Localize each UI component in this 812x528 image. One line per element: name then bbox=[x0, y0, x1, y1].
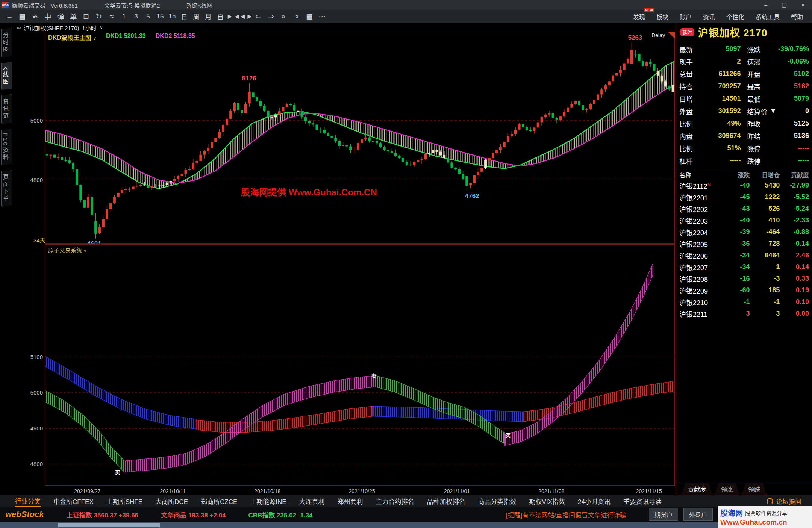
watermark-site-name: 股海网 bbox=[720, 507, 743, 518]
table-row[interactable]: 沪银2208-16-30.33 bbox=[679, 273, 809, 284]
market-tab-大连套利[interactable]: 大连套利 bbox=[299, 496, 325, 507]
market-tab-大商所DCE[interactable]: 大商所DCE bbox=[155, 496, 188, 507]
sidebar-tab-F10资料[interactable]: F10资料 bbox=[1, 129, 12, 165]
panel-tab-领涨[interactable]: 领涨 bbox=[715, 483, 739, 495]
quote-row-开盘: 开盘5102 bbox=[747, 68, 809, 80]
period-1h-button[interactable]: 1h bbox=[166, 13, 178, 20]
contract-name: 沪银2208 bbox=[679, 274, 724, 284]
svg-text:34天: 34天 bbox=[33, 237, 45, 244]
market-tab-行业分类[interactable]: 行业分类 bbox=[15, 495, 41, 507]
save-icon[interactable]: ⊡ bbox=[80, 12, 92, 21]
lightning-order-icon[interactable]: 弹 bbox=[54, 11, 67, 21]
close-button[interactable]: × bbox=[801, 2, 804, 8]
table-row[interactable]: 沪银2202-43526-5.24 bbox=[679, 203, 809, 215]
quote-value: 611266 bbox=[718, 70, 741, 78]
menu-板块[interactable]: 板块 bbox=[656, 12, 668, 21]
market-tab-24小时资讯[interactable]: 24小时资讯 bbox=[578, 496, 611, 507]
account-buttons: 期货户外盘户 bbox=[649, 508, 718, 521]
table-row[interactable]: 沪银2210-1-10.10 bbox=[679, 296, 809, 308]
quote-row-涨跌: 涨跌-39/0.76% bbox=[747, 43, 809, 55]
market-tab-上期能源INE[interactable]: 上期能源INE bbox=[250, 496, 286, 507]
quote-value: ----- bbox=[798, 144, 809, 152]
menu-资讯[interactable]: 资讯 bbox=[703, 12, 715, 21]
table-row[interactable]: 沪银2207-3410.14 bbox=[679, 261, 809, 273]
account-button-期货户[interactable]: 期货户 bbox=[649, 508, 678, 521]
back-icon[interactable]: ← bbox=[3, 12, 16, 21]
chevron-down-icon: ∨ bbox=[83, 248, 86, 253]
table-row[interactable]: 沪银2112M-405430-27.99 bbox=[679, 180, 809, 191]
period-3-button[interactable]: 3 bbox=[130, 13, 142, 20]
table-row[interactable]: 沪银2204-39-464-0.88 bbox=[679, 226, 809, 238]
quote-value: 301592 bbox=[718, 107, 741, 115]
table-row[interactable]: 沪银2211330.00 bbox=[679, 308, 809, 319]
restore-button[interactable]: ▢ bbox=[782, 2, 787, 8]
index-文华商品: 文华商品 193.38 +2.04 bbox=[161, 510, 226, 519]
order-ticket-icon[interactable]: 单 bbox=[67, 11, 80, 21]
market-tab-郑州套利[interactable]: 郑州套利 bbox=[338, 496, 363, 507]
sidebar-tab-资讯链[interactable]: 资讯链 bbox=[1, 94, 12, 124]
main-kline-chart[interactable]: 50004800512652634601476234天股海网提供 Www.Guh… bbox=[12, 32, 676, 244]
page-down-icon[interactable]: « bbox=[290, 12, 303, 21]
minimize-button[interactable]: – bbox=[764, 2, 767, 8]
table-row[interactable]: 沪银2205-36728-0.14 bbox=[679, 238, 809, 250]
market-tab-郑商所CZCE[interactable]: 郑商所CZCE bbox=[201, 496, 237, 507]
market-tab-品种加权排名[interactable]: 品种加权排名 bbox=[427, 496, 465, 507]
period-1-button[interactable]: 1 bbox=[118, 13, 130, 20]
period-自-button[interactable]: 自 bbox=[214, 12, 226, 21]
table-row[interactable]: 沪银2201-451222-5.52 bbox=[679, 191, 809, 203]
menu-帮助[interactable]: 帮助 bbox=[791, 12, 803, 21]
table-row[interactable]: 沪银2203-40410-2.33 bbox=[679, 215, 809, 226]
compress-icon[interactable]: ►◄ bbox=[226, 12, 239, 21]
indicator-name[interactable]: DKD波段王主图 ∨ bbox=[48, 33, 96, 42]
quote-row-比例: 比例51% bbox=[679, 142, 741, 154]
time-share-chart-icon[interactable]: ≋ bbox=[29, 12, 41, 21]
main-chart-canvas[interactable]: 50004800512652634601476234天股海网提供 Www.Guh… bbox=[12, 32, 676, 244]
contract-name: 沪银2210 bbox=[679, 297, 724, 307]
period-5-button[interactable]: 5 bbox=[142, 13, 154, 20]
menu-发现[interactable]: 发现NEW bbox=[633, 12, 645, 21]
table-row[interactable]: 沪银2206-3464642.46 bbox=[679, 250, 809, 261]
symbol-bar[interactable]: ∞ 沪银加权(SHFE 2170) 1小时 ∨ bbox=[12, 23, 676, 32]
sidebar-tab-页面下单[interactable]: 页面下单 bbox=[1, 170, 12, 207]
page-up-icon[interactable]: « bbox=[277, 12, 290, 21]
kline-chart-icon[interactable]: 中 bbox=[41, 11, 54, 21]
market-tab-上期所SHFE[interactable]: 上期所SHFE bbox=[106, 496, 142, 507]
settle-caret-icon[interactable]: ▼ bbox=[770, 107, 777, 115]
refresh-icon[interactable]: ↻ bbox=[92, 12, 105, 21]
market-tab-期权VIX指数[interactable]: 期权VIX指数 bbox=[529, 496, 565, 507]
forum-link[interactable]: 论坛提问 bbox=[767, 496, 801, 506]
sub-indicator-name[interactable]: 原子交易系统 ∨ bbox=[48, 246, 86, 254]
market-tab-重要资讯导读[interactable]: 重要资讯导读 bbox=[623, 496, 662, 507]
period-selector[interactable]: 1小时 bbox=[82, 24, 97, 32]
layout-grid-icon[interactable]: ▦ bbox=[303, 12, 316, 21]
pan-left-icon[interactable]: ⇐ bbox=[252, 12, 265, 21]
sidebar-tab-K线图[interactable]: K线图 bbox=[1, 62, 12, 90]
period-月-button[interactable]: 月 bbox=[202, 12, 214, 21]
expand-icon[interactable]: ◄► bbox=[239, 12, 252, 21]
svg-text:2021/09/27: 2021/09/27 bbox=[74, 488, 100, 494]
table-row[interactable]: 沪银2209-601850.19 bbox=[679, 284, 809, 296]
panel-tab-领跌[interactable]: 领跌 bbox=[742, 483, 767, 495]
pan-right-icon[interactable]: ⇒ bbox=[265, 12, 277, 21]
panel-tab-贡献度[interactable]: 贡献度 bbox=[682, 483, 712, 495]
indicator-header[interactable]: DKD波段王主图 ∨ DKD1 5201.33 DKD2 5118.35 bbox=[48, 33, 195, 42]
more-icon[interactable]: ⋯ bbox=[316, 12, 329, 21]
svg-text:5100: 5100 bbox=[30, 354, 43, 360]
symbol-name[interactable]: 沪银加权(SHFE 2170) bbox=[24, 24, 79, 32]
menu-个性化[interactable]: 个性化 bbox=[726, 12, 744, 21]
market-tab-中金所CFFEX[interactable]: 中金所CFFEX bbox=[53, 496, 94, 507]
quote-board-icon[interactable]: ▤ bbox=[16, 12, 29, 21]
contract-name: 沪银2207 bbox=[679, 262, 724, 272]
market-tab-商品分类指数[interactable]: 商品分类指数 bbox=[478, 496, 517, 507]
sub-chart-canvas[interactable]: 5100500049004800买卖买2021/09/272021/10/112… bbox=[12, 244, 676, 495]
period-周-button[interactable]: 周 bbox=[190, 12, 202, 21]
period-日-button[interactable]: 日 bbox=[178, 12, 190, 21]
draw-line-icon[interactable]: ≈ bbox=[105, 12, 118, 21]
menu-账户[interactable]: 账户 bbox=[680, 12, 692, 21]
sidebar-tab-分时图[interactable]: 分时图 bbox=[1, 28, 12, 57]
menu-系统工具[interactable]: 系统工具 bbox=[756, 12, 780, 21]
sub-indicator-chart[interactable]: 5100500049004800买卖买2021/09/272021/10/112… bbox=[12, 244, 676, 495]
period-15-button[interactable]: 15 bbox=[154, 13, 166, 20]
market-tab-主力合约排名[interactable]: 主力合约排名 bbox=[376, 496, 414, 507]
account-button-外盘户[interactable]: 外盘户 bbox=[683, 508, 713, 521]
